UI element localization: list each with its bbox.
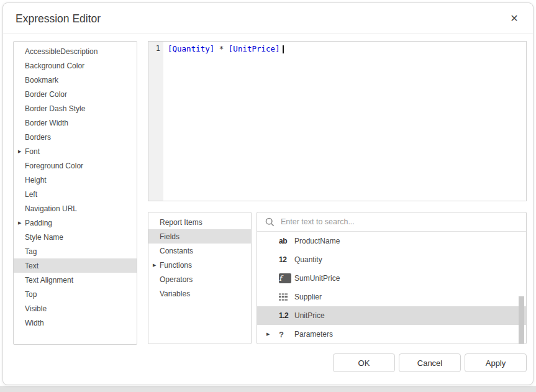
- property-label: Width: [25, 319, 44, 327]
- field-type-icon: 1.2: [279, 311, 291, 320]
- property-list-item[interactable]: ▶ Visible: [14, 301, 137, 316]
- field-type-icon: [279, 293, 291, 301]
- property-label: Border Color: [25, 90, 67, 99]
- search-bar: [257, 212, 526, 232]
- property-list-item[interactable]: ▶ Width: [14, 316, 137, 330]
- code-token: *: [214, 44, 229, 53]
- property-label: Top: [25, 290, 37, 299]
- field-label: ProductName: [294, 237, 340, 245]
- property-list-item[interactable]: ▶ Style Name: [14, 230, 137, 244]
- field-label: Parameters: [294, 330, 333, 339]
- property-label: Text Alignment: [25, 276, 73, 285]
- property-label: Height: [25, 176, 47, 185]
- expression-editor-dialog: Expression Editor ✕ ▶ AccessibleDescript…: [2, 2, 534, 385]
- category-list-item[interactable]: ▶ Report Items: [148, 215, 251, 229]
- property-list-item[interactable]: ▶ Text Alignment: [14, 273, 137, 287]
- category-list-item[interactable]: ▶ Variables: [148, 286, 251, 301]
- property-list-item[interactable]: ▶ Navigation URL: [14, 201, 137, 216]
- property-list-item[interactable]: ▶ Padding: [14, 216, 137, 230]
- expand-arrow-icon: ▶: [18, 149, 21, 154]
- field-list-item[interactable]: ▶ f SumUnitPrice: [257, 269, 526, 288]
- property-label: Bookmark: [25, 76, 58, 84]
- field-type-icon: ?: [279, 330, 291, 339]
- property-list-item[interactable]: ▶ AccessibleDescription: [14, 44, 137, 58]
- expand-arrow-icon: ▶: [266, 332, 270, 337]
- code-token: [UnitPrice]: [229, 44, 280, 53]
- property-label: Text: [25, 262, 39, 270]
- category-list-item[interactable]: ▶ Operators: [148, 272, 251, 286]
- code-line: [Quantity] * [UnitPrice]: [168, 44, 284, 53]
- property-list-item[interactable]: ▶ Border Width: [14, 116, 137, 130]
- category-label: Constants: [160, 247, 193, 255]
- property-list-item[interactable]: ▶ Height: [14, 173, 137, 187]
- expand-arrow-icon: ▶: [153, 263, 156, 268]
- property-list-item[interactable]: ▶ Background Color: [14, 58, 137, 73]
- property-label: Border Dash Style: [25, 104, 85, 113]
- property-label: AccessibleDescription: [25, 47, 98, 56]
- property-label: Padding: [25, 219, 52, 227]
- cancel-button[interactable]: Cancel: [399, 353, 461, 372]
- category-list-item[interactable]: ▶ Fields: [148, 229, 251, 244]
- category-label: Fields: [160, 232, 179, 241]
- property-label: Style Name: [25, 233, 63, 242]
- category-label: Variables: [160, 289, 190, 298]
- field-type-icon: 12: [279, 255, 291, 264]
- property-label: Borders: [25, 133, 51, 142]
- property-list-item[interactable]: ▶ Foreground Color: [14, 158, 137, 173]
- category-list-item[interactable]: ▶ Constants: [148, 244, 251, 258]
- field-list-item[interactable]: ▶ 1.2 UnitPrice: [257, 306, 526, 325]
- close-icon[interactable]: ✕: [507, 11, 522, 26]
- field-list-item[interactable]: ▶ ab ProductName: [257, 232, 526, 250]
- dialog-titlebar: Expression Editor ✕: [3, 3, 533, 34]
- dialog-title: Expression Editor: [16, 3, 101, 34]
- page-backdrop: [0, 386, 536, 392]
- field-label: UnitPrice: [294, 311, 325, 320]
- line-number-gutter: 1: [148, 42, 163, 201]
- property-label: Border Width: [25, 119, 68, 127]
- property-label: Left: [25, 190, 37, 199]
- field-type-icon: ab: [279, 237, 291, 245]
- code-token: [Quantity]: [168, 44, 214, 53]
- property-label: Font: [25, 147, 40, 156]
- property-list-item[interactable]: ▶ Left: [14, 187, 137, 201]
- property-label: Tag: [25, 247, 37, 256]
- property-label: Background Color: [25, 62, 84, 70]
- ok-button[interactable]: OK: [333, 353, 395, 372]
- expression-code-editor: 1 [Quantity] * [UnitPrice]: [148, 41, 527, 201]
- field-type-icon: f: [279, 273, 291, 283]
- property-list-item[interactable]: ▶ Bookmark: [14, 73, 137, 87]
- expand-arrow-icon: ▶: [18, 221, 21, 226]
- apply-button[interactable]: Apply: [465, 353, 527, 372]
- search-icon: [265, 217, 275, 227]
- properties-list: ▶ AccessibleDescription ▶ Background Col…: [13, 41, 137, 345]
- category-label: Report Items: [160, 218, 202, 227]
- property-list-item[interactable]: ▶ Text: [14, 258, 137, 273]
- field-list-item[interactable]: ▶ Supplier: [257, 288, 526, 306]
- category-label: Functions: [160, 261, 192, 270]
- property-label: Visible: [25, 304, 47, 313]
- field-label: Quantity: [294, 255, 322, 264]
- property-list-item[interactable]: ▶ Border Color: [14, 87, 137, 101]
- field-list-item[interactable]: ▶ ? Parameters: [257, 325, 526, 344]
- category-list-item[interactable]: ▶ Functions: [148, 258, 251, 272]
- property-list-item[interactable]: ▶ Border Dash Style: [14, 101, 137, 116]
- fields-list: ▶ ab ProductName ▶ 12 Quantity ▶ f SumUn…: [257, 232, 526, 344]
- vertical-scrollbar-thumb[interactable]: [519, 296, 524, 344]
- field-label: SumUnitPrice: [294, 274, 340, 283]
- fields-panel: ▶ ab ProductName ▶ 12 Quantity ▶ f SumUn…: [257, 212, 527, 344]
- code-input-area[interactable]: [Quantity] * [UnitPrice]: [163, 42, 526, 201]
- property-label: Foreground Color: [25, 162, 83, 170]
- category-list: ▶ Report Items ▶ Fields ▶ Constants ▶ Fu…: [148, 212, 252, 344]
- line-number: 1: [148, 44, 160, 53]
- field-list-item[interactable]: ▶ 12 Quantity: [257, 250, 526, 269]
- property-label: Navigation URL: [25, 204, 77, 213]
- property-list-item[interactable]: ▶ Font: [14, 144, 137, 158]
- search-input[interactable]: [281, 217, 520, 226]
- category-label: Operators: [160, 275, 193, 284]
- property-list-item[interactable]: ▶ Top: [14, 287, 137, 301]
- property-list-item[interactable]: ▶ Tag: [14, 244, 137, 258]
- property-list-item[interactable]: ▶ Borders: [14, 130, 137, 144]
- field-label: Supplier: [294, 293, 322, 301]
